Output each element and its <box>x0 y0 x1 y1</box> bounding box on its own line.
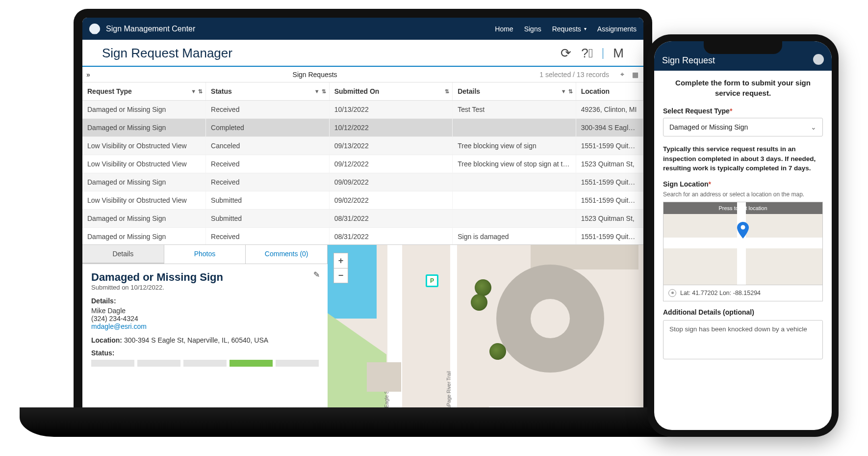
cell-status: Received <box>206 101 330 119</box>
phone-notch <box>704 41 782 54</box>
tab-comments[interactable]: Comments (0) <box>246 245 328 264</box>
table-row[interactable]: Low Visibility or Obstructed ViewSubmitt… <box>82 191 643 210</box>
status-step <box>183 360 227 367</box>
nav-assignments[interactable]: Assignments <box>597 25 637 33</box>
location-mini-map[interactable]: Press to set location <box>663 202 823 285</box>
cell-date: 10/13/2022 <box>329 101 453 119</box>
status-step <box>137 360 180 367</box>
col-location[interactable]: Location <box>576 82 643 101</box>
phone-screen: Sign Request Complete the form to submit… <box>654 41 832 430</box>
table-row[interactable]: Damaged or Missing SignReceived10/13/202… <box>82 101 643 119</box>
cell-details: Tree blocking view of sign <box>453 137 576 155</box>
sign-location-label: Sign Location* <box>663 180 823 188</box>
col-submitted-on[interactable]: Submitted On⇅ <box>329 82 453 101</box>
cell-type: Low Visibility or Obstructed View <box>82 155 206 173</box>
nav-signs[interactable]: Signs <box>524 25 541 33</box>
sort-icon[interactable]: ⇅ <box>568 88 573 95</box>
tab-photos[interactable]: Photos <box>164 245 246 264</box>
zoom-control: + − <box>333 253 348 283</box>
detail-email[interactable]: mdagle@esri.com <box>91 322 319 330</box>
location-pin-icon <box>737 222 749 239</box>
filter-selection-icon[interactable]: ⌖ <box>618 70 627 79</box>
grid-title: Sign Requests <box>90 71 540 79</box>
edit-icon[interactable]: ✎ <box>313 270 320 279</box>
cell-date: 08/31/2022 <box>329 228 453 246</box>
additional-details-label: Additional Details (optional) <box>663 308 823 316</box>
col-label: Location <box>581 87 610 95</box>
table-row[interactable]: Damaged or Missing SignReceived08/31/202… <box>82 228 643 246</box>
additional-details-input[interactable]: Stop sign has been knocked down by a veh… <box>663 320 823 359</box>
cell-date: 09/02/2022 <box>329 191 453 210</box>
refresh-icon[interactable]: ⟳ <box>561 46 571 61</box>
cell-date: 08/31/2022 <box>329 210 453 228</box>
table-row[interactable]: Damaged or Missing SignCompleted10/12/20… <box>82 119 643 137</box>
col-request-type[interactable]: Request Type▼⇅ <box>82 82 206 101</box>
col-label: Status <box>211 87 232 95</box>
nav-requests[interactable]: Requests ▾ <box>552 25 587 33</box>
cell-type: Damaged or Missing Sign <box>82 228 206 246</box>
cell-type: Low Visibility or Obstructed View <box>82 191 206 210</box>
textarea-value: Stop sign has been knocked down by a veh… <box>669 325 807 333</box>
laptop-mockup: Sign Management Center Home Signs Reques… <box>20 0 701 437</box>
cell-status: Received <box>206 155 330 173</box>
cell-status: Received <box>206 173 330 191</box>
laptop-base <box>20 407 701 437</box>
table-row[interactable]: Damaged or Missing SignSubmitted08/31/20… <box>82 210 643 228</box>
cell-status: Canceled <box>206 137 330 155</box>
request-type-select[interactable]: Damaged or Missing Sign ⌄ <box>663 118 823 136</box>
target-icon[interactable] <box>668 289 676 297</box>
divider <box>603 48 603 59</box>
cell-details <box>453 210 576 228</box>
chevron-down-icon: ▾ <box>584 26 587 31</box>
col-details[interactable]: Details▼⇅ <box>453 82 576 101</box>
tree-icon <box>489 343 506 360</box>
status-progress <box>91 360 319 367</box>
detail-phone: (324) 234-4324 <box>91 315 319 322</box>
table-row[interactable]: Damaged or Missing SignReceived09/09/202… <box>82 173 643 191</box>
details-panel: Details Photos Comments (0) ✎ Damaged or… <box>82 245 328 416</box>
app-logo-icon <box>89 24 100 34</box>
cell-status: Completed <box>206 119 330 137</box>
nav-home[interactable]: Home <box>495 25 513 33</box>
col-status[interactable]: Status▼⇅ <box>206 82 330 101</box>
tree-icon <box>475 279 491 296</box>
cell-details: Sign is damaged <box>453 228 576 246</box>
filter-icon[interactable]: ▼ <box>191 88 196 95</box>
tab-details[interactable]: Details <box>82 245 164 264</box>
cell-status: Received <box>206 228 330 246</box>
sort-icon[interactable]: ⇅ <box>198 88 203 95</box>
cell-type: Damaged or Missing Sign <box>82 173 206 191</box>
zoom-out-button[interactable]: − <box>334 268 348 283</box>
page-title-bar: Sign Request Manager ⟳ ?⃝ M <box>82 40 643 67</box>
help-icon[interactable]: ?⃝ <box>581 46 593 61</box>
sign-marker-icon[interactable]: P <box>426 274 438 287</box>
cell-location: 1523 Quitman St, <box>576 210 643 228</box>
road-label-trail: DuPage River Trail <box>446 371 452 412</box>
table-row[interactable]: Low Visibility or Obstructed ViewReceive… <box>82 155 643 173</box>
user-initial[interactable]: M <box>613 46 624 61</box>
page-actions: ⟳ ?⃝ M <box>561 46 624 61</box>
expand-icon[interactable]: » <box>86 71 90 79</box>
app-header: Sign Management Center Home Signs Reques… <box>82 18 643 40</box>
filter-icon[interactable]: ▼ <box>314 88 320 95</box>
latlon-text: Lat: 41.77202 Lon: -88.15294 <box>680 290 761 296</box>
cell-date: 09/13/2022 <box>329 137 453 155</box>
cell-date: 09/12/2022 <box>329 155 453 173</box>
cell-location: 1551-1599 Quitman <box>576 137 643 155</box>
cell-location: 1523 Quitman St, <box>576 155 643 173</box>
cell-details <box>453 191 576 210</box>
zoom-in-button[interactable]: + <box>334 253 348 268</box>
avatar-icon[interactable] <box>813 54 824 65</box>
phone-mockup: Sign Request Complete the form to submit… <box>647 34 839 437</box>
table-row[interactable]: Low Visibility or Obstructed ViewCancele… <box>82 137 643 155</box>
columns-icon[interactable]: ▦ <box>631 70 639 79</box>
sort-icon[interactable]: ⇅ <box>445 88 449 95</box>
sort-icon[interactable]: ⇅ <box>322 88 326 95</box>
cell-type: Low Visibility or Obstructed View <box>82 137 206 155</box>
bottom-split: Details Photos Comments (0) ✎ Damaged or… <box>82 244 643 416</box>
map-panel[interactable]: S Eagle St DuPage River Trail P + − Esri… <box>328 245 643 416</box>
filter-icon[interactable]: ▼ <box>561 88 566 95</box>
status-label: Status: <box>91 349 319 357</box>
top-nav: Home Signs Requests ▾ Assignments <box>495 25 637 33</box>
status-step <box>276 360 319 367</box>
